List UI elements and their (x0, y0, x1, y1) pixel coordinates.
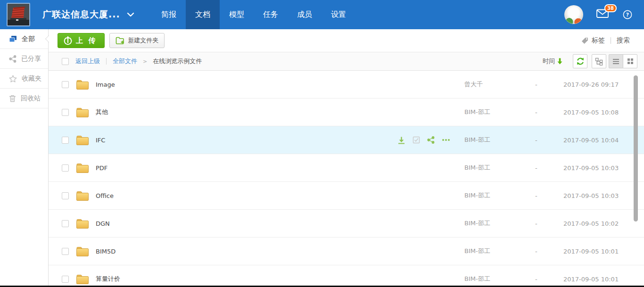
tab-members[interactable]: 成员 (288, 0, 322, 29)
project-thumbnail[interactable] (7, 3, 30, 26)
app-window: 广联达信息大厦... 简报 文档 模型 任务 成员 设置 38 (0, 0, 644, 287)
breadcrumb-root-link[interactable]: 全部文件 (113, 57, 137, 66)
file-size: - (535, 81, 563, 88)
file-date: 2017-09-05 10:04 (563, 137, 618, 144)
upload-button[interactable]: 上 传 (58, 33, 105, 48)
file-row[interactable]: IFC (49, 126, 644, 154)
tab-tasks[interactable]: 任务 (254, 0, 288, 29)
file-date: 2017-09-05 10:08 (563, 109, 618, 116)
sidebar-item-favorites[interactable]: 收藏夹 (0, 69, 48, 89)
tab-documents[interactable]: 文档 (186, 0, 220, 29)
tab-briefing[interactable]: 简报 (152, 0, 186, 29)
select-all-checkbox[interactable] (62, 58, 69, 65)
grid-view-button[interactable] (623, 54, 637, 68)
refresh-button[interactable] (573, 54, 587, 68)
project-title: 广联达信息大厦... (42, 8, 120, 21)
sidebar-item-all[interactable]: 全部 (0, 29, 48, 49)
tags-label: 标签 (592, 36, 605, 45)
file-name-cell: PDF (75, 162, 464, 174)
file-name-cell: Image (75, 79, 464, 90)
sidebar-item-label: 收藏夹 (22, 74, 41, 83)
search-button[interactable]: 搜索 (617, 36, 630, 45)
folder-icon (75, 134, 90, 146)
file-date: 2017-09-05 10:02 (563, 220, 618, 227)
file-row[interactable]: Office BIM-邵工 - 2017-09-05 10:03 (49, 182, 644, 210)
sidebar-item-recycle-bin[interactable]: 回收站 (0, 89, 48, 108)
trash-icon (9, 95, 16, 102)
file-name: BIM5D (96, 248, 116, 255)
file-row[interactable]: DGN BIM-邵工 - 2017-09-05 10:02 (49, 210, 644, 238)
file-name-cell: BIM5D (75, 246, 464, 257)
folder-plus-icon (116, 37, 124, 44)
all-files-icon (9, 35, 17, 43)
list-view-button[interactable] (609, 54, 623, 68)
view-mode-group (609, 54, 637, 68)
file-owner: BIM-邵工 (464, 275, 535, 283)
svg-text:?: ? (626, 12, 629, 18)
row-hover-actions (397, 136, 464, 144)
file-row[interactable]: Image 曾大千 - 2017-09-26 09:17 (49, 71, 644, 98)
user-avatar[interactable] (564, 5, 583, 24)
project-switcher-chevron-down-icon[interactable] (127, 12, 134, 17)
folder-icon (75, 162, 90, 174)
file-row[interactable]: 算量计价 BIM-邵工 - 2017-09-05 10:01 (49, 265, 644, 287)
file-date: 2017-09-26 09:17 (563, 81, 618, 88)
tags-button[interactable]: 标签 (581, 36, 605, 45)
search-label: 搜索 (617, 36, 630, 45)
row-checkbox[interactable] (62, 248, 69, 255)
topbar-right-controls: 38 ? (564, 0, 633, 29)
row-checkbox[interactable] (62, 109, 69, 116)
help-button[interactable]: ? (622, 9, 633, 20)
back-to-parent-link[interactable]: 返回上级 (75, 57, 100, 66)
breadcrumb-current: 在线浏览示例文件 (153, 57, 202, 66)
cloud-upload-icon (63, 36, 73, 45)
notifications-button[interactable]: 38 (596, 9, 609, 20)
file-owner: BIM-邵工 (464, 136, 535, 144)
share-icon (9, 55, 17, 63)
sidebar-item-label: 全部 (22, 35, 35, 43)
sort-by-time-button[interactable]: 时间 (543, 57, 562, 66)
file-size: - (535, 276, 563, 283)
download-icon[interactable] (397, 136, 405, 144)
folder-icon (75, 190, 90, 202)
edit-check-icon[interactable] (413, 136, 420, 144)
building-image (8, 4, 29, 25)
upload-button-label: 上 传 (76, 36, 97, 45)
file-owner: BIM-邵工 (464, 247, 535, 255)
file-name-cell: 算量计价 (75, 273, 464, 285)
list-view-icon (612, 58, 619, 65)
tab-models[interactable]: 模型 (220, 0, 254, 29)
sort-label: 时间 (543, 57, 555, 66)
share-icon[interactable] (427, 136, 435, 144)
file-name: IFC (96, 137, 105, 144)
file-owner: BIM-邵工 (464, 219, 535, 228)
tag-icon (581, 37, 589, 44)
row-checkbox[interactable] (62, 220, 69, 227)
file-date: 2017-09-05 10:01 (563, 248, 618, 255)
folder-icon (75, 218, 90, 230)
file-name-cell: 其他 (75, 107, 464, 118)
refresh-icon (576, 57, 585, 66)
file-row[interactable]: 其他 BIM-邵工 - 2017-09-05 10:08 (49, 98, 644, 126)
file-date: 2017-09-05 10:01 (563, 276, 618, 283)
more-actions-icon[interactable] (442, 139, 450, 141)
row-checkbox[interactable] (62, 276, 69, 283)
file-date: 2017-09-05 10:03 (563, 164, 618, 172)
vertical-scrollbar[interactable] (634, 75, 638, 221)
row-checkbox[interactable] (62, 137, 69, 144)
tree-view-icon (595, 57, 603, 66)
file-row[interactable]: BIM5D BIM-邵工 - 2017-09-05 10:01 (49, 238, 644, 265)
tab-settings[interactable]: 设置 (322, 0, 355, 29)
row-checkbox[interactable] (62, 192, 69, 199)
tree-view-button[interactable] (592, 54, 606, 68)
file-owner: BIM-邵工 (464, 108, 535, 116)
sidebar-item-label: 回收站 (21, 94, 41, 103)
sidebar: 全部 已分享 收藏夹 (0, 29, 49, 287)
toolbar: 上 传 新建文件夹 标签 (49, 29, 644, 52)
new-folder-button[interactable]: 新建文件夹 (109, 33, 165, 48)
file-row[interactable]: PDF BIM-邵工 - 2017-09-05 10:03 (49, 154, 644, 182)
file-owner: BIM-邵工 (464, 164, 535, 172)
row-checkbox[interactable] (62, 81, 69, 88)
row-checkbox[interactable] (62, 164, 69, 172)
sidebar-item-shared[interactable]: 已分享 (0, 49, 48, 69)
